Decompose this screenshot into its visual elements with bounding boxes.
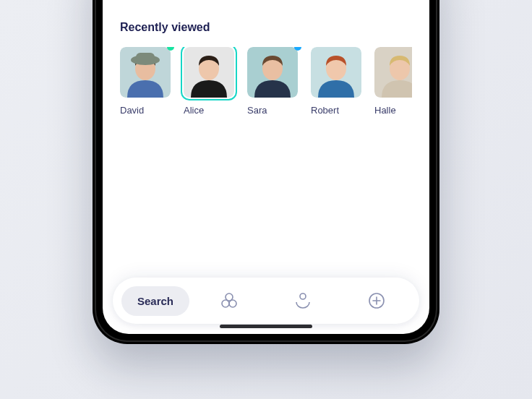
content-area: By office Recently viewed David Alice Sa… — [103, 0, 429, 263]
person-card[interactable]: Robert — [311, 47, 361, 116]
status-dot — [167, 47, 174, 51]
person-name: Robert — [311, 105, 361, 116]
avatar — [120, 47, 171, 98]
bottom-nav: Search — [113, 278, 419, 324]
svg-rect-3 — [136, 53, 155, 61]
svg-point-13 — [222, 300, 229, 307]
avatar-image — [311, 47, 361, 98]
nav-add-button[interactable] — [343, 278, 411, 324]
home-indicator — [220, 325, 312, 328]
person-name: Alice — [184, 105, 234, 116]
avatar-image — [247, 47, 298, 98]
nav-groups-button[interactable] — [195, 278, 263, 324]
person-name: Sara — [247, 105, 298, 116]
person-card[interactable]: Sara — [247, 47, 298, 116]
person-name: David — [120, 105, 171, 116]
plus-circle-icon — [367, 291, 386, 310]
nav-search-label: Search — [137, 295, 173, 307]
avatar — [247, 47, 298, 98]
phone-frame: By office Recently viewed David Alice Sa… — [93, 0, 439, 344]
svg-point-14 — [229, 300, 236, 307]
person-card[interactable]: David — [120, 47, 171, 116]
avatar — [184, 47, 234, 98]
recently-viewed-title: Recently viewed — [120, 21, 412, 34]
avatar — [311, 47, 361, 98]
recently-viewed-list[interactable]: David Alice Sara Robert Halle — [120, 47, 412, 116]
avatar — [374, 47, 412, 98]
nav-profile-button[interactable] — [269, 278, 337, 324]
svg-point-15 — [300, 293, 306, 299]
avatar-image — [374, 47, 412, 98]
person-card[interactable]: Halle — [374, 47, 412, 116]
avatar-image — [120, 47, 171, 98]
status-dot — [294, 47, 301, 51]
person-icon — [293, 291, 312, 310]
nav-search-button[interactable]: Search — [121, 286, 189, 316]
avatar-image — [184, 47, 234, 98]
person-name: Halle — [374, 105, 412, 116]
screen: By office Recently viewed David Alice Sa… — [103, 0, 429, 334]
person-card[interactable]: Alice — [184, 47, 234, 116]
circles-icon — [220, 291, 239, 310]
